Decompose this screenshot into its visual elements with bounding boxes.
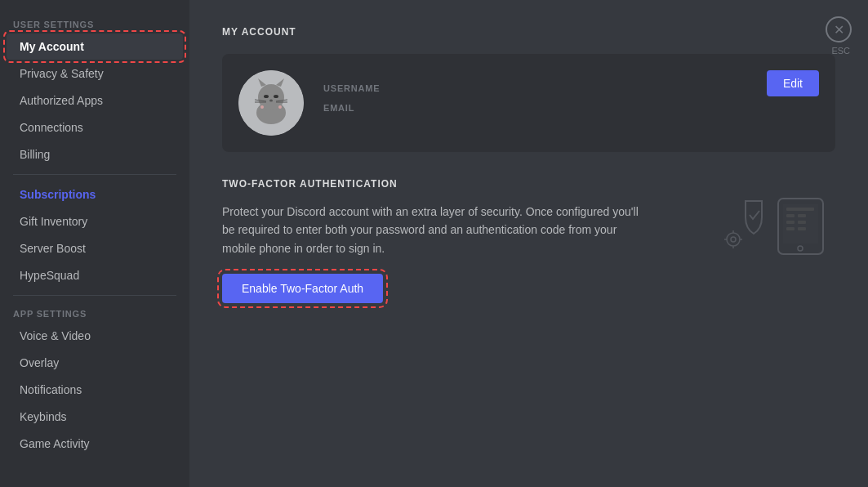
sidebar-item-label: Keybinds [20, 410, 67, 423]
sidebar-item-overlay[interactable]: Overlay [7, 350, 183, 376]
section-label-app-settings: APP SETTINGS [0, 302, 189, 322]
sidebar-item-label: HypeSquad [20, 269, 79, 282]
sidebar-item-keybinds[interactable]: Keybinds [7, 404, 183, 430]
email-label: EMAIL [323, 103, 754, 113]
sidebar-item-voice-video[interactable]: Voice & Video [7, 323, 183, 349]
tfa-section: TWO-FACTOR AUTHENTICATION Protect your D… [222, 178, 835, 303]
sidebar-subscriptions-header: Subscriptions [7, 181, 183, 208]
sidebar-item-billing[interactable]: Billing [7, 141, 183, 168]
sidebar-item-label: My Account [20, 40, 84, 53]
enable-tfa-button[interactable]: Enable Two-Factor Auth [222, 274, 383, 303]
sidebar-item-label: Billing [20, 148, 50, 161]
sidebar-item-notifications[interactable]: Notifications [7, 377, 183, 403]
subscriptions-label-text: Subscriptions [20, 188, 96, 201]
sidebar-divider-1 [13, 174, 176, 175]
sidebar-item-label: Notifications [20, 383, 82, 396]
section-label-user-settings: USER SETTINGS [0, 13, 189, 33]
svg-rect-23 [798, 227, 806, 230]
svg-rect-22 [786, 227, 795, 230]
sidebar-item-label: Privacy & Safety [20, 67, 104, 80]
svg-rect-20 [786, 221, 795, 224]
email-row: EMAIL [323, 103, 754, 113]
sidebar-item-label: Gift Inventory [20, 215, 87, 228]
sidebar-item-label: Overlay [20, 356, 59, 369]
svg-point-24 [727, 233, 740, 246]
svg-rect-21 [798, 221, 806, 224]
svg-point-6 [274, 95, 278, 98]
avatar-image [238, 70, 304, 136]
tfa-description: Protect your Discord account with an ext… [222, 203, 647, 257]
esc-label: ESC [831, 46, 850, 56]
tfa-text-area: Protect your Discord account with an ext… [222, 203, 647, 303]
username-row: USERNAME [323, 83, 754, 93]
sidebar-item-gift-inventory[interactable]: Gift Inventory [7, 208, 183, 235]
sidebar-item-my-account[interactable]: My Account [7, 34, 183, 60]
sidebar-item-label: Connections [20, 121, 83, 134]
sidebar-item-authorized-apps[interactable]: Authorized Apps [7, 87, 183, 114]
edit-button[interactable]: Edit [767, 70, 819, 96]
sidebar: USER SETTINGS My Account Privacy & Safet… [0, 0, 189, 487]
sidebar-item-label: Game Activity [20, 437, 90, 450]
tfa-body: Protect your Discord account with an ext… [222, 203, 835, 303]
avatar [238, 70, 304, 136]
account-card: USERNAME EMAIL Edit [222, 54, 835, 152]
sidebar-divider-2 [13, 295, 176, 296]
page-title: MY ACCOUNT [222, 26, 835, 38]
svg-point-16 [798, 246, 803, 251]
sidebar-item-connections[interactable]: Connections [7, 114, 183, 141]
sidebar-item-server-boost[interactable]: Server Boost [7, 235, 183, 261]
sidebar-item-label: Voice & Video [20, 329, 91, 342]
sidebar-item-privacy-safety[interactable]: Privacy & Safety [7, 60, 183, 87]
svg-point-25 [731, 237, 736, 242]
account-info: USERNAME EMAIL [323, 83, 754, 123]
svg-rect-18 [786, 214, 795, 217]
close-button[interactable]: ✕ [826, 16, 852, 42]
sidebar-item-label: Authorized Apps [20, 94, 103, 107]
svg-rect-17 [786, 208, 814, 211]
svg-point-12 [260, 105, 264, 109]
username-label: USERNAME [323, 83, 754, 93]
main-content: ✕ ESC MY ACCOUNT [189, 0, 868, 487]
sidebar-item-label: Server Boost [20, 242, 86, 255]
sidebar-item-hypesquad[interactable]: HypeSquad [7, 262, 183, 288]
sidebar-item-game-activity[interactable]: Game Activity [7, 431, 183, 457]
tfa-illustration [721, 194, 835, 260]
svg-point-5 [264, 95, 269, 98]
svg-point-13 [278, 105, 282, 109]
svg-point-7 [269, 100, 273, 102]
svg-rect-19 [798, 214, 806, 217]
tfa-title: TWO-FACTOR AUTHENTICATION [222, 178, 835, 190]
